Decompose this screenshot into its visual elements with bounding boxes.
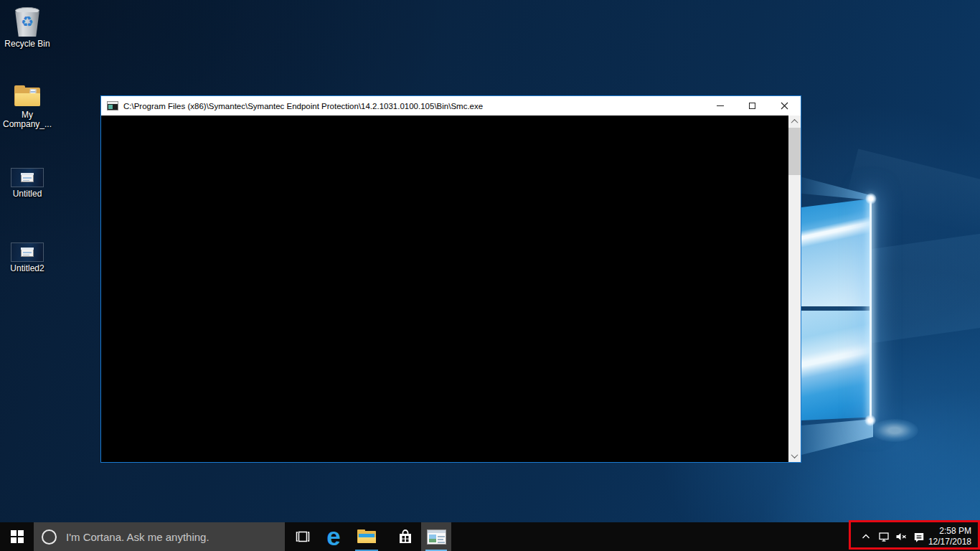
search-placeholder: I'm Cortana. Ask me anything. <box>66 531 209 543</box>
maximize-icon <box>749 103 755 109</box>
desktop-icon-label: Recycle Bin <box>1 39 54 49</box>
task-view-icon <box>295 529 311 545</box>
close-icon <box>781 102 788 110</box>
minimize-button[interactable] <box>704 96 736 116</box>
desktop-icon-recycle-bin[interactable]: ♻ Recycle Bin <box>1 7 54 49</box>
active-app-icon <box>427 529 446 545</box>
store-icon <box>397 528 414 545</box>
console-window-icon <box>107 101 118 110</box>
wallpaper-glow <box>865 193 877 204</box>
folder-icon <box>14 85 41 108</box>
desktop-icon-untitled2[interactable]: Untitled2 <box>1 242 54 273</box>
image-thumbnail-icon <box>11 168 44 187</box>
task-view-button[interactable] <box>287 522 319 551</box>
console-window-title: C:\Program Files (x86)\Symantec\Symantec… <box>123 102 483 110</box>
chevron-up-icon <box>791 119 798 126</box>
scroll-up-button[interactable] <box>788 116 801 128</box>
scrollbar-thumb[interactable] <box>788 128 801 175</box>
file-explorer-icon <box>357 529 376 544</box>
active-app-button[interactable] <box>421 522 451 551</box>
wallpaper-logo-pane-top <box>801 199 871 306</box>
cortana-icon <box>42 529 57 545</box>
start-button[interactable] <box>0 522 34 551</box>
edge-icon: e <box>326 524 340 549</box>
desktop-icon-label: My Company_... <box>1 110 54 129</box>
file-explorer-button[interactable] <box>351 522 382 551</box>
desktop-icon-my-company-folder[interactable]: My Company_... <box>1 85 54 129</box>
edge-button[interactable]: e <box>318 522 349 551</box>
console-title-bar[interactable]: C:\Program Files (x86)\Symantec\Symantec… <box>101 96 801 116</box>
wallpaper-logo-pane-bottom <box>801 311 870 420</box>
wallpaper-light-wedge <box>801 419 873 455</box>
annotation-highlight-rectangle <box>849 520 980 550</box>
console-scrollbar[interactable] <box>788 116 801 462</box>
desktop-icon-label: Untitled2 <box>1 264 54 273</box>
image-thumbnail-icon <box>11 242 44 262</box>
taskbar: I'm Cortana. Ask me anything. e <box>0 522 980 551</box>
windows-logo-icon <box>11 530 24 543</box>
cortana-search-box[interactable]: I'm Cortana. Ask me anything. <box>34 522 285 551</box>
chevron-down-icon <box>791 451 798 458</box>
minimize-icon <box>717 105 724 106</box>
console-window: C:\Program Files (x86)\Symantec\Symantec… <box>100 95 801 463</box>
store-button[interactable] <box>390 522 421 551</box>
desktop: ♻ Recycle Bin My Company_... Untitled Un… <box>0 0 980 551</box>
close-button[interactable] <box>768 96 801 116</box>
recycle-bin-icon: ♻ <box>13 7 42 37</box>
desktop-icon-untitled[interactable]: Untitled <box>1 168 54 199</box>
wallpaper-glow <box>871 419 918 442</box>
scroll-down-button[interactable] <box>788 450 801 462</box>
console-output-area[interactable] <box>101 116 801 462</box>
maximize-button[interactable] <box>736 96 768 116</box>
wallpaper-logo-edge <box>870 197 872 422</box>
desktop-icon-label: Untitled <box>1 189 54 199</box>
